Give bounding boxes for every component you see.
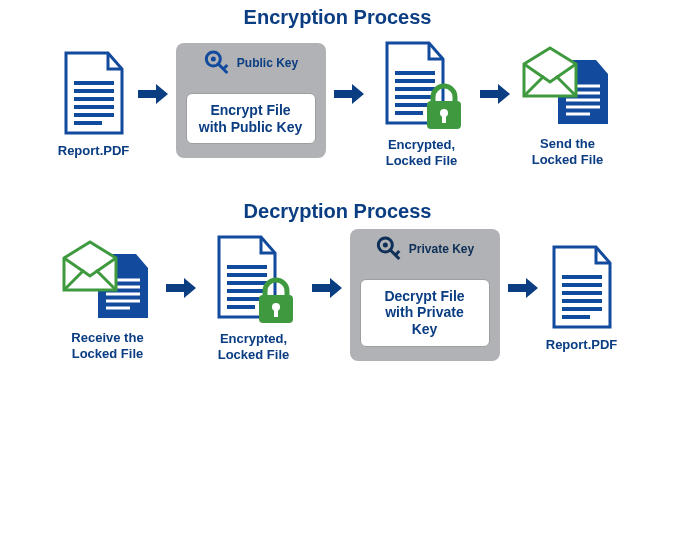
encryption-title: Encryption Process [0, 0, 675, 39]
arrow-icon [478, 82, 512, 106]
plain-document-node: Report.PDF [58, 49, 130, 159]
document-icon [546, 243, 618, 331]
svg-rect-37 [274, 309, 278, 317]
encryption-row: Report.PDF Public Key Encrypt File with … [0, 39, 675, 168]
svg-line-41 [395, 251, 399, 255]
plain-doc-output-caption: Report.PDF [546, 337, 618, 353]
encrypt-process-box: Public Key Encrypt File with Public Key [176, 43, 326, 159]
svg-point-39 [382, 242, 387, 247]
public-key-label: Public Key [237, 56, 298, 70]
arrow-icon [310, 276, 344, 300]
send-file-node: Send the Locked File [518, 40, 618, 167]
arrow-icon [164, 276, 198, 300]
public-key-icon [203, 49, 231, 77]
decryption-title: Decryption Process [0, 194, 675, 233]
encrypted-doc-caption: Encrypted, Locked File [372, 137, 472, 168]
document-icon [58, 49, 130, 137]
arrow-icon [136, 82, 170, 106]
decrypt-process-box: Private Key Decrypt File with Private Ke… [350, 229, 500, 361]
receive-caption: Receive the Locked File [58, 330, 158, 361]
locked-document-icon [379, 39, 465, 131]
decrypt-process-label: Decrypt File with Private Key [360, 279, 490, 347]
arrow-icon [506, 276, 540, 300]
arrow-icon [332, 82, 366, 106]
receive-mail-icon [60, 234, 156, 324]
plain-doc-caption: Report.PDF [58, 143, 130, 159]
encrypt-process-label: Encrypt File with Public Key [186, 93, 316, 145]
encrypted-doc-caption-2: Encrypted, Locked File [204, 331, 304, 362]
receive-file-node: Receive the Locked File [58, 234, 158, 361]
private-key-icon [375, 235, 403, 263]
locked-document-icon [211, 233, 297, 325]
send-mail-icon [520, 40, 616, 130]
send-caption: Send the Locked File [518, 136, 618, 167]
encrypted-document-node: Encrypted, Locked File [204, 233, 304, 362]
svg-rect-18 [442, 115, 446, 123]
svg-line-9 [223, 65, 227, 69]
private-key-label: Private Key [409, 242, 474, 256]
plain-document-output-node: Report.PDF [546, 243, 618, 353]
svg-point-7 [210, 56, 215, 61]
encrypted-document-node: Encrypted, Locked File [372, 39, 472, 168]
decryption-row: Receive the Locked File Encry [0, 233, 675, 362]
